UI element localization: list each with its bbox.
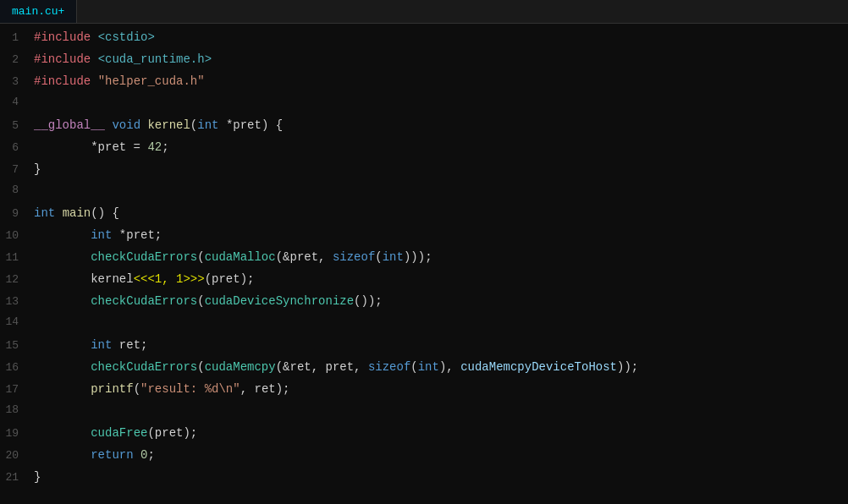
code-line: 14 bbox=[0, 313, 848, 335]
line-content: __global__ void kernel(int *pret) { bbox=[27, 115, 283, 136]
code-line: 5__global__ void kernel(int *pret) { bbox=[0, 115, 848, 137]
line-number: 11 bbox=[0, 249, 27, 268]
line-number: 10 bbox=[0, 227, 27, 246]
code-line: 4 bbox=[0, 93, 848, 115]
line-content: #include <cuda_runtime.h> bbox=[27, 49, 212, 70]
line-number: 8 bbox=[0, 181, 27, 200]
line-content: } bbox=[27, 159, 41, 180]
line-number: 7 bbox=[0, 161, 27, 180]
code-line: 3#include "helper_cuda.h" bbox=[0, 71, 848, 93]
code-line: 1#include <cstdio> bbox=[0, 27, 848, 49]
line-number: 14 bbox=[0, 313, 27, 332]
line-number: 18 bbox=[0, 401, 27, 420]
tab-main-cu[interactable]: main.cu+ bbox=[0, 0, 77, 23]
line-content: int main() { bbox=[27, 203, 119, 224]
line-number: 20 bbox=[0, 446, 27, 466]
code-line: 16 checkCudaErrors(cudaMemcpy(&ret, pret… bbox=[0, 357, 848, 379]
code-line: 13 checkCudaErrors(cudaDeviceSynchronize… bbox=[0, 291, 848, 313]
code-line: 15 int ret; bbox=[0, 335, 848, 357]
line-number: 3 bbox=[0, 73, 27, 92]
line-content: int ret; bbox=[27, 335, 147, 356]
line-content: printf("result: %d\n", ret); bbox=[27, 379, 289, 400]
code-line: 9int main() { bbox=[0, 203, 848, 225]
code-line: 18 bbox=[0, 401, 848, 423]
line-content: cudaFree(pret); bbox=[27, 423, 197, 444]
tab-bar: main.cu+ bbox=[0, 0, 848, 24]
line-number: 17 bbox=[0, 381, 27, 400]
line-content: int *pret; bbox=[27, 225, 162, 246]
line-number: 16 bbox=[0, 359, 27, 378]
code-line: 21} bbox=[0, 467, 848, 489]
code-line: 17 printf("result: %d\n", ret); bbox=[0, 379, 848, 401]
line-number: 15 bbox=[0, 337, 27, 356]
line-number: 2 bbox=[0, 51, 27, 70]
line-content: checkCudaErrors(cudaDeviceSynchronize())… bbox=[27, 291, 383, 312]
line-content: checkCudaErrors(cudaMalloc(&pret, sizeof… bbox=[27, 247, 432, 268]
code-line: 11 checkCudaErrors(cudaMalloc(&pret, siz… bbox=[0, 247, 848, 269]
line-number: 1 bbox=[0, 29, 27, 48]
line-number: 4 bbox=[0, 93, 27, 112]
line-number: 5 bbox=[0, 117, 27, 136]
line-number: 19 bbox=[0, 425, 27, 444]
code-line: 2#include <cuda_runtime.h> bbox=[0, 49, 848, 71]
line-content: return 0; bbox=[27, 445, 155, 466]
code-line: 10 int *pret; bbox=[0, 225, 848, 247]
code-line: 6 *pret = 42; bbox=[0, 137, 848, 159]
code-line: 19 cudaFree(pret); bbox=[0, 423, 848, 445]
code-line: 12 kernel<<<1, 1>>>(pret); bbox=[0, 269, 848, 291]
line-number: 6 bbox=[0, 139, 27, 158]
line-content: kernel<<<1, 1>>>(pret); bbox=[27, 269, 254, 290]
line-content: *pret = 42; bbox=[27, 137, 169, 158]
code-line: 8 bbox=[0, 181, 848, 203]
line-number: 13 bbox=[0, 293, 27, 312]
code-line: 7} bbox=[0, 159, 848, 181]
line-number: 12 bbox=[0, 271, 27, 290]
line-content: checkCudaErrors(cudaMemcpy(&ret, pret, s… bbox=[27, 357, 638, 378]
line-content: #include <cstdio> bbox=[27, 27, 155, 48]
line-content: #include "helper_cuda.h" bbox=[27, 71, 205, 92]
code-line: 20 return 0; bbox=[0, 445, 848, 467]
line-content: } bbox=[27, 467, 41, 488]
line-number: 9 bbox=[0, 205, 27, 224]
line-number: 21 bbox=[0, 468, 27, 488]
code-container: 1#include <cstdio>2#include <cuda_runtim… bbox=[0, 24, 848, 504]
